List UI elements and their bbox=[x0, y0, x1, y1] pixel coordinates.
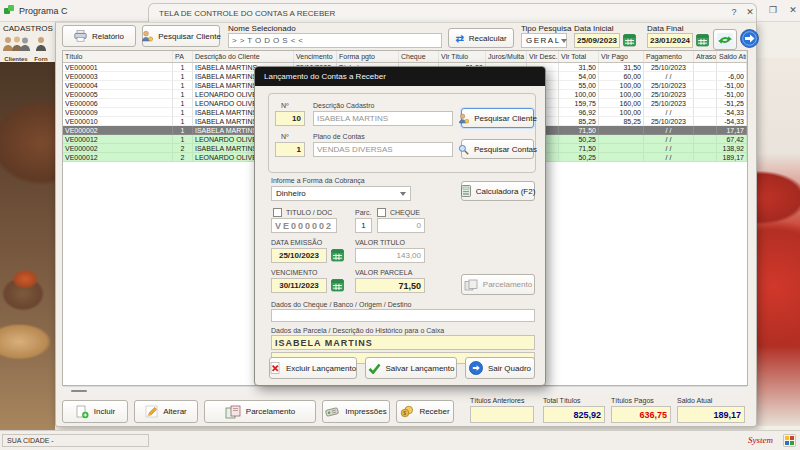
forma-cobranca-select[interactable]: Dinheiro bbox=[271, 186, 411, 201]
calculadora-button[interactable]: Calculadora (F2) bbox=[461, 181, 535, 201]
tipo-pesquisa-select[interactable]: GERAL bbox=[521, 33, 567, 48]
grid-header-vlr_desc[interactable]: Vlr Desc. bbox=[527, 51, 559, 62]
chevron-down-icon bbox=[561, 39, 567, 43]
grid-cell-vlr_total: 50,25 bbox=[559, 135, 599, 144]
installments-cards-icon bbox=[225, 405, 241, 419]
grid-cell-vlr_pago bbox=[599, 135, 644, 144]
grid-header-atraso[interactable]: Atraso bbox=[694, 51, 717, 62]
parcelamento-dialog-button[interactable]: Parcelamento bbox=[461, 274, 535, 295]
data-emissao-field[interactable]: 25/10/2023 bbox=[271, 248, 327, 263]
grid-cell-pa: 1 bbox=[173, 63, 193, 72]
excluir-button[interactable]: Excluir Lançamento bbox=[269, 357, 357, 379]
coins-icon: $ bbox=[400, 405, 414, 418]
grid-cell-vlr_pago: 60,00 bbox=[599, 72, 644, 81]
parc-field[interactable]: 1 bbox=[355, 218, 372, 233]
cheque-number-field[interactable]: 0 bbox=[377, 218, 425, 233]
grid-horizontal-scrollbar[interactable] bbox=[63, 386, 747, 394]
grid-cell-vlr_pago: 31,50 bbox=[599, 63, 644, 72]
grid-header-vlr_total[interactable]: Vlr Total bbox=[559, 51, 599, 62]
grid-header-cheque[interactable]: Cheque bbox=[399, 51, 439, 62]
grid-cell-pagamento: 25/10/2023 bbox=[644, 99, 694, 108]
sair-quadro-button[interactable]: Sair Quadro bbox=[465, 357, 535, 379]
toolbar-item-fornecedores[interactable]: Forn bbox=[34, 36, 48, 62]
grid-cell-saldo: -6,00 bbox=[717, 72, 747, 81]
vencimento-field[interactable]: 30/11/2023 bbox=[271, 278, 327, 293]
cheque-checkbox[interactable] bbox=[377, 208, 386, 217]
tipo-pesquisa-label: Tipo Pesquisa bbox=[521, 24, 571, 33]
dialog-titlebar[interactable]: Lançamento do Contas a Receber bbox=[255, 67, 545, 86]
print-tag-icon bbox=[325, 405, 340, 418]
toolbar-item-clientes[interactable]: Clientes bbox=[2, 36, 30, 62]
saldo-atual-label: Saldo Atual bbox=[677, 397, 712, 404]
alterar-button[interactable]: Alterar bbox=[134, 400, 198, 423]
client-no-field[interactable]: 10 bbox=[275, 111, 305, 126]
grid-cell-vlr_total: 85,25 bbox=[559, 117, 599, 126]
grid-cell-titulo: VE000003 bbox=[63, 72, 173, 81]
background-photo-right bbox=[757, 58, 800, 426]
clients-people-icon bbox=[2, 36, 30, 52]
historico-input[interactable]: ISABELA MARTINS bbox=[271, 335, 535, 350]
system-tray-icon[interactable] bbox=[783, 434, 796, 447]
valor-titulo-field[interactable]: 143,00 bbox=[355, 248, 425, 263]
grid-header-vlr_titulo[interactable]: Vlr Titulo bbox=[439, 51, 486, 62]
titulo-doc-field[interactable]: VE000002 bbox=[271, 218, 337, 233]
calendar-icon[interactable] bbox=[696, 33, 709, 47]
valor-parcela-label: VALOR PARCELA bbox=[355, 269, 412, 276]
pesquisar-contas-button[interactable]: Pesquisar Contas bbox=[461, 139, 534, 159]
grid-cell-pa: 2 bbox=[173, 153, 193, 162]
grid-header-saldo[interactable]: Saldo Atual bbox=[717, 51, 747, 62]
salvar-button[interactable]: Salvar Lançamento bbox=[365, 357, 457, 379]
grid-cell-pa: 1 bbox=[173, 108, 193, 117]
grid-header-vencimento[interactable]: Vencimento bbox=[294, 51, 337, 62]
pesquisar-cliente-top-button[interactable]: Pesquisar Cliente bbox=[142, 25, 220, 47]
grid-header-titulo[interactable]: Título bbox=[63, 51, 173, 62]
dialog-title: Lançamento do Contas a Receber bbox=[264, 72, 386, 81]
grid-header-pagamento[interactable]: Pagamento bbox=[644, 51, 694, 62]
outer-close-button[interactable]: ✕ bbox=[786, 5, 800, 15]
data-final-input[interactable]: 23/01/2024 bbox=[647, 33, 693, 48]
grid-header-vlr_pago[interactable]: Vlr Pago bbox=[599, 51, 644, 62]
descricao-cadastro-field[interactable]: ISABELA MARTINS bbox=[313, 111, 453, 126]
receber-button[interactable]: $ Receber bbox=[396, 400, 454, 423]
refresh-button[interactable] bbox=[713, 29, 737, 50]
help-button[interactable]: ? bbox=[727, 7, 741, 17]
relatorio-button[interactable]: Relatório bbox=[62, 25, 136, 47]
grid-cell-atraso bbox=[694, 90, 717, 99]
grid-header-juros[interactable]: Juros/Multa bbox=[486, 51, 527, 62]
dados-cheque-input[interactable] bbox=[271, 309, 535, 322]
grid-cell-titulo: VE000012 bbox=[63, 153, 173, 162]
grid-header-pa[interactable]: PA bbox=[173, 51, 193, 62]
grid-cell-vlr_total: 96,92 bbox=[559, 108, 599, 117]
refresh-icon bbox=[717, 33, 733, 47]
grid-cell-atraso bbox=[694, 135, 717, 144]
calendar-icon[interactable] bbox=[331, 248, 344, 262]
window-close-button[interactable]: ✕ bbox=[743, 7, 757, 17]
impressoes-button[interactable]: Impressões bbox=[322, 400, 390, 423]
titulos-anteriores-value bbox=[470, 406, 534, 423]
titulo-doc-checkbox[interactable] bbox=[273, 208, 282, 217]
grid-cell-saldo: -54,33 bbox=[717, 117, 747, 126]
grid-cell-atraso bbox=[694, 81, 717, 90]
account-no-field[interactable]: 1 bbox=[275, 142, 305, 157]
scrollbar-thumb[interactable] bbox=[71, 390, 87, 392]
data-inicial-input[interactable]: 25/09/2023 bbox=[574, 33, 620, 48]
main-window-titlebar[interactable]: TELA DE CONTROLE DO CONTAS A RECEBER ? ✕ bbox=[148, 3, 757, 22]
incluir-button[interactable]: Incluir bbox=[62, 400, 128, 423]
grid-cell-atraso bbox=[694, 144, 717, 153]
grid-header-cliente[interactable]: Descrição do Cliente bbox=[193, 51, 294, 62]
plano-contas-field[interactable]: VENDAS DIVERSAS bbox=[313, 142, 453, 157]
grid-cell-saldo: -51,00 bbox=[717, 90, 747, 99]
grid-cell-pagamento: / / bbox=[644, 108, 694, 117]
outer-restore-button[interactable]: ❐ bbox=[766, 5, 780, 15]
parcelamento-button[interactable]: Parcelamento bbox=[204, 400, 316, 423]
calendar-icon[interactable] bbox=[623, 33, 636, 47]
recalcular-button[interactable]: ⇄ Recalcular bbox=[448, 28, 514, 48]
valor-parcela-field[interactable]: 71,50 bbox=[355, 278, 425, 293]
go-arrow-button[interactable] bbox=[740, 29, 759, 48]
dados-parcela-label: Dados da Parcela / Descrição do Históric… bbox=[271, 327, 444, 334]
calendar-icon[interactable] bbox=[331, 278, 344, 292]
nome-selecionado-input[interactable]: >>TODOS<< bbox=[228, 33, 442, 48]
grid-header-forma[interactable]: Forma pgto bbox=[337, 51, 399, 62]
pesquisar-cliente-button[interactable]: Pesquisar Cliente bbox=[461, 108, 534, 128]
menu-cadastros[interactable]: CADASTROS bbox=[3, 24, 53, 33]
